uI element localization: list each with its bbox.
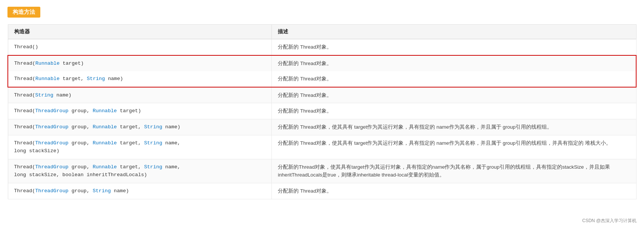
desc-cell: 分配新的 Thread对象，使其具有 target作为其运行对象，具有指定的 n…	[272, 135, 636, 159]
constructor-text: Thread(ThreadGroup group, String name)	[14, 188, 129, 194]
constructor-text: Thread(String name)	[14, 92, 72, 98]
constructor-cell: Thread()	[8, 39, 272, 55]
desc-text: 分配新的 Thread对象。	[278, 188, 332, 194]
desc-cell: 分配新的 Thread对象。	[272, 55, 636, 71]
table-row: Thread(Runnable target) 分配新的 Thread对象。	[8, 55, 636, 71]
desc-cell: 分配新的 Thread对象。	[272, 39, 636, 55]
constructor-text: Thread(Runnable target)	[14, 61, 84, 66]
desc-cell: 分配新的 Thread对象，使其具有 target作为其运行对象，具有指定的 n…	[272, 119, 636, 135]
desc-text: 分配新的 Thread对象。	[278, 44, 332, 50]
constructor-cell: Thread(ThreadGroup group, String name)	[8, 183, 272, 199]
col-header-constructor: 构造器	[8, 25, 272, 39]
desc-text: 分配新的 Thread对象，使其具有 target作为其运行对象，具有指定的 n…	[278, 140, 611, 146]
desc-cell: 分配新的 Thread对象。	[272, 103, 636, 119]
section-header: 构造方法	[7, 7, 40, 18]
desc-text: 分配新的 Thread对象。	[278, 61, 332, 66]
constructor-cell: Thread(Runnable target, String name)	[8, 71, 272, 87]
constructor-text: Thread()	[14, 44, 38, 50]
constructor-cell: Thread(ThreadGroup group, Runnable targe…	[8, 159, 272, 183]
desc-text: 分配新的 Thread对象。	[278, 92, 332, 98]
table-row: Thread() 分配新的 Thread对象。	[8, 39, 636, 55]
constructor-text: Thread(ThreadGroup group, Runnable targe…	[14, 164, 181, 178]
constructor-text: Thread(ThreadGroup group, Runnable targe…	[14, 108, 141, 114]
constructor-text: Thread(Runnable target, String name)	[14, 76, 123, 82]
constructor-cell: Thread(String name)	[8, 87, 272, 103]
desc-text: 分配新的Thread对象，使其具有target作为其运行对象，具有指定的name…	[278, 164, 610, 178]
constructor-cell: Thread(ThreadGroup group, Runnable targe…	[8, 103, 272, 119]
table-row: Thread(ThreadGroup group, Runnable targe…	[8, 159, 636, 183]
table-row: Thread(ThreadGroup group, String name) 分…	[8, 183, 636, 199]
constructor-text: Thread(ThreadGroup group, Runnable targe…	[14, 140, 181, 154]
table-row: Thread(ThreadGroup group, Runnable targe…	[8, 119, 636, 135]
desc-cell: 分配新的 Thread对象。	[272, 183, 636, 199]
desc-text: 分配新的 Thread对象。	[278, 108, 332, 114]
page-wrapper: 构造方法 构造器 描述 Thread() 分配新的 Thread对象。 T	[0, 0, 644, 227]
constructor-text: Thread(ThreadGroup group, Runnable targe…	[14, 124, 181, 130]
table-row: Thread(ThreadGroup group, Runnable targe…	[8, 103, 636, 119]
constructors-table: 构造器 描述 Thread() 分配新的 Thread对象。 Thread(Ru…	[7, 24, 637, 199]
col-header-description: 描述	[272, 25, 636, 39]
desc-text: 分配新的 Thread对象，使其具有 target作为其运行对象，具有指定的 n…	[278, 124, 552, 130]
table-row: Thread(ThreadGroup group, Runnable targe…	[8, 135, 636, 159]
table-row: Thread(String name) 分配新的 Thread对象。	[8, 87, 636, 103]
constructor-cell: Thread(Runnable target)	[8, 55, 272, 71]
desc-cell: 分配新的Thread对象，使其具有target作为其运行对象，具有指定的name…	[272, 159, 636, 183]
table-header-row: 构造器 描述	[8, 25, 636, 39]
desc-text: 分配新的 Thread对象。	[278, 76, 332, 82]
desc-cell: 分配新的 Thread对象。	[272, 71, 636, 87]
desc-cell: 分配新的 Thread对象。	[272, 87, 636, 103]
constructor-cell: Thread(ThreadGroup group, Runnable targe…	[8, 135, 272, 159]
constructor-cell: Thread(ThreadGroup group, Runnable targe…	[8, 119, 272, 135]
table-row: Thread(Runnable target, String name) 分配新…	[8, 71, 636, 87]
footer-text: CSDN @杰深入学习计算机	[582, 218, 637, 224]
